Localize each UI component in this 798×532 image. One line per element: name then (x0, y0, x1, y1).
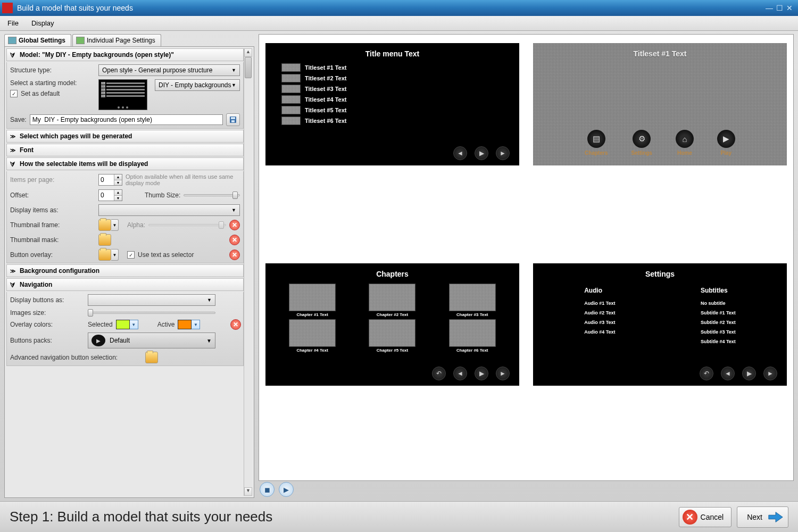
menu-display[interactable]: Display (31, 19, 54, 27)
display-items-combo[interactable]: ▼ (98, 204, 240, 216)
button-overlay-delete[interactable]: ✕ (229, 250, 240, 260)
chevron-right-icon: ≫ (10, 268, 16, 274)
nav-next-icon[interactable]: ► (763, 367, 777, 380)
thumb-frame-drop[interactable]: ▼ (111, 219, 119, 231)
scroll-track[interactable] (244, 57, 252, 487)
starting-model-combo[interactable]: DIY - Empty backgrounds ▼ (155, 79, 240, 91)
preview-title-menu[interactable]: Title menu Text Titleset #1 Text Titlese… (265, 43, 519, 165)
panel-scrollbar[interactable]: ▲ ▼ (244, 48, 252, 496)
audio-header: Audio (584, 287, 615, 294)
wizard-footer: Step 1: Build a model that suits your ne… (0, 501, 798, 532)
preview-titleset[interactable]: Titleset #1 Text ▤Chapters ⚙Settings ⌂Ho… (533, 43, 787, 165)
step-title: Step 1: Build a model that suits your ne… (10, 509, 272, 525)
nav-back-icon[interactable]: ↶ (432, 367, 446, 380)
list-item: Audio #2 Text (584, 310, 615, 315)
set-default-checkbox[interactable]: ✓ (10, 90, 18, 97)
maximize-button[interactable]: ☐ (776, 4, 783, 12)
list-item: Titleset #5 Text (281, 106, 346, 114)
thumb-frame-button[interactable]: ▼ (98, 219, 119, 231)
list-item: Titleset #6 Text (281, 117, 346, 125)
spin-down[interactable]: ▼ (114, 180, 122, 186)
section-font-header[interactable]: ≫ Font (6, 144, 244, 156)
section-model-header[interactable]: ⮛ Model: "My DIY - Empty backgrounds (op… (6, 48, 244, 61)
spin-down[interactable]: ▼ (114, 196, 122, 201)
next-button[interactable]: Next (737, 506, 788, 528)
section-pages-header[interactable]: ≫ Select which pages will be generated (6, 130, 244, 143)
spin-up[interactable]: ▲ (114, 190, 122, 196)
menu-file[interactable]: File (7, 19, 19, 27)
tab-global-settings[interactable]: Global Settings (4, 34, 71, 46)
home-icon[interactable]: ⌂ (676, 130, 694, 148)
gear-icon[interactable]: ⚙ (633, 130, 651, 148)
starting-model-label: Select a starting model: (10, 79, 95, 87)
offset-spinner[interactable]: ▲▼ (98, 189, 122, 201)
save-button[interactable] (226, 113, 240, 126)
play-icon[interactable]: ▶ (717, 130, 735, 148)
cancel-button[interactable]: ✕ Cancel (679, 507, 732, 527)
save-name-input[interactable] (30, 114, 223, 125)
close-button[interactable]: ✕ (786, 4, 793, 12)
list-item: Subtitle #4 Text (701, 339, 736, 344)
minimize-button[interactable]: — (766, 4, 773, 12)
nav-back-icon[interactable]: ↶ (700, 367, 713, 380)
stop-button[interactable]: ◼ (260, 482, 275, 497)
scroll-thumb[interactable] (245, 57, 252, 78)
section-navigation-header[interactable]: ⮛ Navigation (6, 278, 244, 291)
thumb-mask-button[interactable] (98, 234, 111, 246)
play-button[interactable]: ▶ (279, 482, 294, 497)
window-title: Build a model that suits your needs (17, 4, 133, 12)
active-color-swatch[interactable] (178, 320, 192, 329)
nav-prev-icon[interactable]: ◄ (453, 146, 467, 160)
scroll-up[interactable]: ▲ (244, 48, 252, 57)
adv-nav-button[interactable] (145, 352, 158, 363)
display-buttons-combo[interactable]: ▼ (88, 294, 215, 306)
selected-color-swatch[interactable] (116, 320, 130, 329)
tab-individual-icon (76, 37, 85, 44)
items-per-page-spinner[interactable]: ▲▼ (98, 174, 122, 186)
chevron-down-icon: ⮛ (10, 52, 16, 58)
nav-prev-icon[interactable]: ◄ (721, 367, 735, 380)
preview-settings[interactable]: Settings Audio Audio #1 Text Audio #2 Te… (533, 263, 787, 386)
nav-play-icon[interactable]: ▶ (742, 367, 756, 380)
structure-type-combo[interactable]: Open style - General purpose structure ▼ (98, 64, 240, 76)
section-background-header[interactable]: ≫ Background configuration (6, 264, 244, 277)
window-titlebar: Build a model that suits your needs — ☐ … (0, 0, 798, 16)
thumb-frame-delete[interactable]: ✕ (229, 220, 240, 230)
scroll-down[interactable]: ▼ (244, 487, 252, 496)
button-overlay-button[interactable]: ▼ (98, 249, 119, 261)
tab-individual-settings[interactable]: Individual Page Settings (72, 34, 161, 46)
alpha-slider[interactable] (148, 221, 226, 229)
list-item: No subtitle (701, 301, 736, 306)
spin-up[interactable]: ▲ (114, 174, 122, 180)
buttons-packs-combo[interactable]: ▶ Default ▼ (88, 332, 215, 348)
overlay-colors-label: Overlay colors: (10, 321, 85, 328)
preview-chapters[interactable]: Chapters Chapter #1 Text Chapter #2 Text… (265, 263, 519, 386)
thumb-frame-label: Thumbnail frame: (10, 221, 95, 229)
chapters-icon[interactable]: ▤ (587, 130, 605, 148)
nav-play-icon[interactable]: ▶ (475, 146, 488, 160)
thumb-mask-delete[interactable]: ✕ (229, 235, 240, 245)
images-size-slider[interactable] (88, 309, 215, 317)
button-overlay-drop[interactable]: ▼ (111, 249, 119, 261)
caret-down-icon: ▼ (206, 338, 212, 344)
nav-play-icon[interactable]: ▶ (475, 367, 488, 380)
set-default-label: Set as default (21, 90, 60, 97)
nav-next-icon[interactable]: ► (496, 367, 510, 380)
preview-area: Title menu Text Titleset #1 Text Titlese… (259, 34, 794, 481)
nav-prev-icon[interactable]: ◄ (453, 367, 467, 380)
menu-bar: File Display (0, 16, 798, 31)
selected-color-drop[interactable]: ▼ (130, 320, 138, 329)
offset-input[interactable] (99, 190, 114, 201)
chapter-item: Chapter #1 Text (274, 284, 351, 317)
thumb-size-slider[interactable] (184, 192, 240, 199)
play-icon: ▶ (92, 335, 105, 346)
items-per-page-input[interactable] (99, 174, 114, 185)
overlay-colors-delete[interactable]: ✕ (230, 319, 241, 330)
use-text-selector-checkbox[interactable]: ✓ (127, 251, 135, 259)
nav-next-icon[interactable]: ► (496, 146, 510, 160)
nav-row: ↶ ◄ ▶ ► (432, 367, 510, 380)
section-display-header[interactable]: ⮛ How the selectable items will be displ… (6, 157, 244, 170)
button-overlay-label: Button overlay: (10, 251, 95, 259)
active-color-drop[interactable]: ▼ (192, 320, 200, 329)
chevron-down-icon: ⮛ (10, 161, 16, 167)
